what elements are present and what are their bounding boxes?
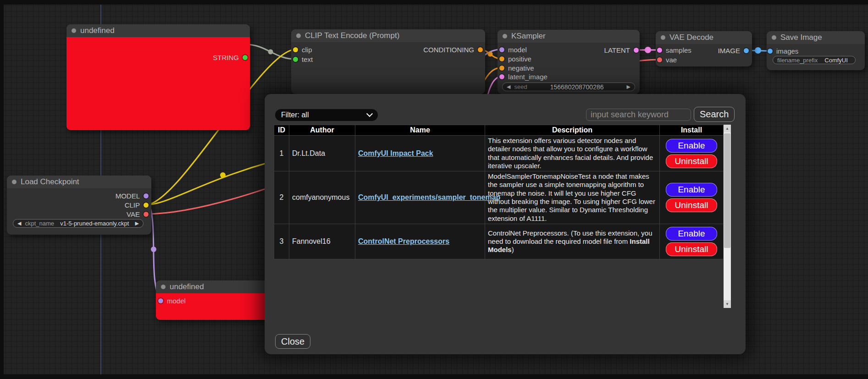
input-port-dot[interactable] xyxy=(657,48,662,53)
table-header-row: ID Author Name Description Install xyxy=(274,125,724,136)
output-port-dot[interactable] xyxy=(243,55,248,60)
output-port-dot[interactable] xyxy=(144,212,149,217)
widget-value: 156680208700286 xyxy=(531,83,623,91)
link-midpoint-dot xyxy=(268,49,273,55)
table-row: 3 Fannovel16 ControlNet Preprocessors Co… xyxy=(274,224,724,259)
output-port-dot[interactable] xyxy=(634,48,639,53)
uninstall-button[interactable]: Uninstall xyxy=(666,154,717,168)
output-latent[interactable]: LATENT xyxy=(604,46,639,54)
chevron-down-icon xyxy=(366,110,373,117)
widget-left-arrow-icon[interactable]: ◀ xyxy=(17,221,21,226)
filename-prefix-widget[interactable]: filename_prefix ComfyUI xyxy=(773,56,856,64)
seed-widget[interactable]: ◀ seed 156680208700286 ▶ xyxy=(502,82,635,91)
node-undefined-top[interactable]: undefined STRING xyxy=(66,24,250,130)
input-clip[interactable]: clip xyxy=(293,46,312,53)
input-negative[interactable]: negative xyxy=(499,64,534,71)
widget-right-arrow-icon[interactable]: ▶ xyxy=(135,221,139,226)
enable-button[interactable]: Enable xyxy=(666,183,717,197)
input-port-dot[interactable] xyxy=(499,66,504,71)
node-vae-decode[interactable]: VAE Decode samples vae IMAGE xyxy=(656,31,752,66)
input-samples[interactable]: samples xyxy=(657,46,691,54)
cell-author: Dr.Lt.Data xyxy=(289,136,355,171)
widget-right-arrow-icon[interactable]: ▶ xyxy=(627,84,630,89)
column-header-name: Name xyxy=(355,125,485,136)
widget-value: v1-5-pruned-emaonly.ckpt xyxy=(58,220,131,227)
link-midpoint-dot xyxy=(488,52,493,57)
output-vae[interactable]: VAE xyxy=(127,210,149,218)
node-title: CLIP Text Encode (Prompt) xyxy=(305,31,399,40)
input-latent-image[interactable]: latent_image xyxy=(499,73,547,80)
node-title-bar[interactable]: CLIP Text Encode (Prompt) xyxy=(291,29,485,42)
cell-id: 2 xyxy=(274,171,289,224)
output-port-dot[interactable] xyxy=(144,193,149,198)
table-row: 1 Dr.Lt.Data ComfyUI Impact Pack This ex… xyxy=(274,136,724,171)
output-string[interactable]: STRING xyxy=(213,54,248,61)
scrollbar-up-icon[interactable]: ▲ xyxy=(724,125,731,132)
widget-label: ckpt_name xyxy=(25,220,54,227)
output-port-dot[interactable] xyxy=(144,203,149,208)
output-image[interactable]: IMAGE xyxy=(718,47,749,54)
input-port-dot[interactable] xyxy=(293,57,298,62)
uninstall-button[interactable]: Uninstall xyxy=(666,198,717,212)
cell-description: This extension offers various detector n… xyxy=(485,136,660,171)
input-text[interactable]: text xyxy=(293,55,313,63)
input-port-dot[interactable] xyxy=(768,49,773,54)
widget-left-arrow-icon[interactable]: ◀ xyxy=(507,84,510,89)
node-title-dot-icon xyxy=(161,285,166,289)
canvas-edge xyxy=(0,0,4,379)
close-button[interactable]: Close xyxy=(275,334,310,349)
input-port-dot[interactable] xyxy=(657,57,662,62)
column-header-id: ID xyxy=(274,125,289,136)
node-title-bar[interactable]: KSampler xyxy=(498,30,640,43)
enable-button[interactable]: Enable xyxy=(666,227,717,241)
node-title-dot-icon xyxy=(72,28,76,33)
output-conditioning[interactable]: CONDITIONING xyxy=(423,46,483,53)
uninstall-button[interactable]: Uninstall xyxy=(666,242,717,256)
node-load-checkpoint[interactable]: Load Checkpoint MODEL CLIP VAE ◀ ckpt_na… xyxy=(7,176,151,235)
node-title-bar[interactable]: undefined xyxy=(66,24,250,37)
column-header-description: Description xyxy=(485,125,660,136)
extension-table: ID Author Name Description Install 1 Dr.… xyxy=(274,125,724,259)
search-input[interactable] xyxy=(586,109,691,121)
input-model[interactable]: model xyxy=(158,297,186,304)
enable-button[interactable]: Enable xyxy=(666,139,717,153)
cell-author: Fannovel16 xyxy=(289,224,355,259)
node-title-dot-icon xyxy=(772,35,776,40)
canvas-edge xyxy=(0,374,868,379)
node-title: Save Image xyxy=(780,33,822,42)
node-title-bar[interactable]: Load Checkpoint xyxy=(7,176,151,188)
input-port-dot[interactable] xyxy=(293,47,298,52)
input-port-dot[interactable] xyxy=(499,56,504,61)
node-body: STRING xyxy=(66,37,250,130)
link-midpoint-dot xyxy=(645,47,651,53)
extension-link[interactable]: ComfyUI_experiments/sampler_tonemap xyxy=(358,193,500,201)
scrollbar-down-icon[interactable]: ▼ xyxy=(724,300,731,308)
input-model[interactable]: model xyxy=(499,46,527,53)
node-clip-text-encode[interactable]: CLIP Text Encode (Prompt) clip text COND… xyxy=(291,29,485,94)
table-row: 2 comfyanonymous ComfyUI_experiments/sam… xyxy=(274,171,724,224)
scrollbar-thumb[interactable] xyxy=(724,133,730,248)
cell-id: 3 xyxy=(274,224,289,259)
extension-link[interactable]: ComfyUI Impact Pack xyxy=(358,149,433,157)
node-save-image[interactable]: Save Image images filename_prefix ComfyU… xyxy=(767,31,865,70)
input-port-dot[interactable] xyxy=(499,47,504,52)
search-button[interactable]: Search xyxy=(694,107,735,122)
node-ksampler[interactable]: KSampler model positive negative latent_… xyxy=(498,30,640,94)
extension-link[interactable]: ControlNet Preprocessors xyxy=(358,237,449,245)
cell-description: ModelSamplerTonemapNoiseTest a node that… xyxy=(485,171,660,224)
filter-select[interactable]: Filter: all xyxy=(275,109,378,121)
scrollbar-track[interactable]: ▲ ▼ xyxy=(724,125,731,308)
input-vae[interactable]: vae xyxy=(657,56,677,63)
output-port-dot[interactable] xyxy=(478,47,483,52)
node-title-bar[interactable]: Save Image xyxy=(767,31,865,44)
output-clip[interactable]: CLIP xyxy=(125,201,149,209)
ckpt-name-widget[interactable]: ◀ ckpt_name v1-5-pruned-emaonly.ckpt ▶ xyxy=(13,219,144,228)
extension-manager-dialog: Filter: all Search ID Author Name Descri… xyxy=(265,94,746,354)
node-title-bar[interactable]: VAE Decode xyxy=(656,31,752,44)
output-port-dot[interactable] xyxy=(744,48,749,53)
input-images[interactable]: images xyxy=(768,47,798,55)
input-port-dot[interactable] xyxy=(499,74,504,79)
input-port-dot[interactable] xyxy=(158,298,163,303)
input-positive[interactable]: positive xyxy=(499,55,531,62)
output-model[interactable]: MODEL xyxy=(116,192,149,199)
